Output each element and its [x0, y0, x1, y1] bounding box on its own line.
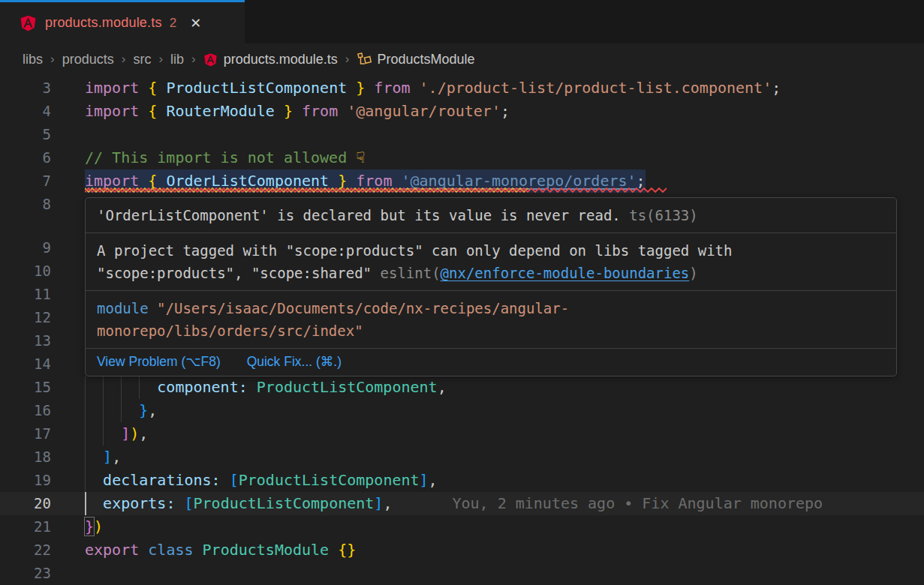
- code-line[interactable]: 7import { OrderListComponent } from '@an…: [0, 170, 924, 193]
- code-token: [221, 471, 230, 489]
- indent-guide: [103, 399, 104, 422]
- code-token: [194, 541, 203, 559]
- code-token: {}: [338, 541, 356, 559]
- code-token: [329, 541, 338, 559]
- line-number: 16: [0, 399, 51, 422]
- code-line[interactable]: 6// This import is not allowed ☟: [0, 146, 924, 170]
- code-line[interactable]: 3import { ProductListComponent } from '.…: [0, 76, 924, 100]
- code-content: exports: [ProductListComponent],You, 2 m…: [51, 492, 924, 515]
- code-token: ;: [501, 102, 510, 120]
- hover-ts-message: 'OrderListComponent' is declared but its…: [86, 198, 896, 233]
- line-number: 23: [0, 562, 51, 585]
- code-line[interactable]: 5: [0, 123, 924, 146]
- hover-status-bar: View Problem (⌥F8) Quick Fix... (⌘.): [86, 349, 896, 376]
- active-indent-guide: [85, 492, 86, 515]
- hover-popup: 'OrderListComponent' is declared but its…: [85, 197, 897, 376]
- code-token: ,: [148, 401, 157, 419]
- code-token: }: [338, 172, 347, 190]
- code-token: {: [148, 172, 157, 190]
- close-icon[interactable]: ✕: [190, 16, 201, 30]
- code-token: [157, 172, 166, 190]
- line-number: 20: [0, 492, 51, 515]
- breadcrumb-item-libs[interactable]: libs: [23, 52, 43, 68]
- code-line[interactable]: 23: [0, 562, 924, 585]
- code-token: exports:: [103, 494, 175, 512]
- code-content: export class ProductsModule {}: [51, 538, 924, 562]
- chevron-right-icon: ›: [122, 52, 126, 67]
- code-line[interactable]: 18 ],: [0, 446, 924, 469]
- code-content: component: ProductListComponent,: [51, 376, 924, 399]
- code-token: [85, 494, 103, 512]
- quick-fix-button[interactable]: Quick Fix... (⌘.): [247, 354, 342, 369]
- indent-guide: [85, 469, 86, 492]
- breadcrumb-item-file[interactable]: products.module.ts: [203, 52, 338, 68]
- code-token: [175, 494, 184, 512]
- code-token: './product-list/product-list.component': [420, 79, 772, 97]
- code-token: ProductsModule: [203, 541, 330, 559]
- tab-title: products.module.ts: [45, 15, 162, 31]
- code-token: [248, 378, 257, 396]
- code-token: [: [230, 471, 239, 489]
- code-token: [347, 172, 356, 190]
- code-line[interactable]: 17 ]),: [0, 422, 924, 446]
- code-line[interactable]: 20 exports: [ProductListComponent],You, …: [0, 492, 924, 515]
- code-token: }: [85, 518, 94, 536]
- hover-eslint-message: A project tagged with "scope:products" c…: [86, 233, 896, 291]
- code-token: // This import is not allowed: [85, 148, 356, 166]
- breadcrumb-item-products[interactable]: products: [62, 52, 114, 68]
- code-token: [347, 79, 356, 97]
- code-token: ): [94, 518, 103, 536]
- code-token: ;: [772, 79, 781, 97]
- code-line[interactable]: 22export class ProductsModule {}: [0, 538, 924, 562]
- code-token: [329, 172, 338, 190]
- line-number: 12: [0, 306, 51, 329]
- code-token: ,: [429, 471, 438, 489]
- line-number: 15: [0, 376, 51, 399]
- line-number: 3: [0, 76, 51, 100]
- code-content: import { OrderListComponent } from '@ang…: [51, 170, 924, 193]
- line-number: 10: [0, 260, 51, 283]
- chevron-right-icon: ›: [345, 52, 350, 67]
- code-token: OrderListComponent: [166, 172, 329, 190]
- hover-ts-source: ts(6133): [629, 207, 698, 224]
- code-content: // This import is not allowed ☟: [51, 146, 924, 170]
- line-number: 7: [0, 170, 51, 193]
- code-token: [157, 102, 166, 120]
- code-line[interactable]: 19 declarations: [ProductListComponent],: [0, 469, 924, 492]
- hover-module-path: module "/Users/isaac/Documents/code/nx-r…: [86, 291, 896, 349]
- breadcrumb-item-lib[interactable]: lib: [170, 52, 184, 68]
- code-token: [139, 102, 148, 120]
- indent-guide: [103, 376, 104, 399]
- code-token: [293, 102, 302, 120]
- breadcrumb-item-symbol[interactable]: ProductsModule: [357, 52, 475, 68]
- chevron-right-icon: ›: [158, 52, 163, 67]
- code-token: {: [148, 102, 157, 120]
- code-content: },: [51, 399, 924, 422]
- code-token: [139, 79, 148, 97]
- code-line[interactable]: 16 },: [0, 399, 924, 422]
- tab-error-count: 2: [170, 16, 176, 31]
- code-token: ,: [112, 448, 121, 466]
- code-token: ProductListComponent: [194, 494, 375, 512]
- view-problem-button[interactable]: View Problem (⌥F8): [97, 354, 221, 369]
- breadcrumb-file-label: products.module.ts: [224, 52, 338, 68]
- indent-guide: [85, 446, 86, 469]
- indent-guide: [139, 376, 140, 399]
- code-line[interactable]: 4import { RouterModule } from '@angular/…: [0, 100, 924, 123]
- indent-guide: [103, 422, 104, 446]
- code-token: [392, 172, 401, 190]
- line-number: 4: [0, 100, 51, 123]
- eslint-rule-link[interactable]: @nx/enforce-module-boundaries: [441, 265, 690, 281]
- code-line[interactable]: 15 component: ProductListComponent,: [0, 376, 924, 399]
- line-number: 18: [0, 446, 51, 469]
- tab-products-module[interactable]: products.module.ts 2 ✕: [0, 0, 245, 44]
- code-token: ☟: [356, 148, 365, 166]
- tab-bar: products.module.ts 2 ✕: [0, 0, 924, 44]
- code-line[interactable]: 21}): [0, 515, 924, 538]
- line-number: 11: [0, 283, 51, 306]
- code-token: ,: [383, 494, 392, 512]
- class-icon: [357, 52, 372, 67]
- code-token: ]: [121, 424, 130, 442]
- code-token: from: [302, 102, 338, 120]
- breadcrumb-item-src[interactable]: src: [133, 52, 151, 68]
